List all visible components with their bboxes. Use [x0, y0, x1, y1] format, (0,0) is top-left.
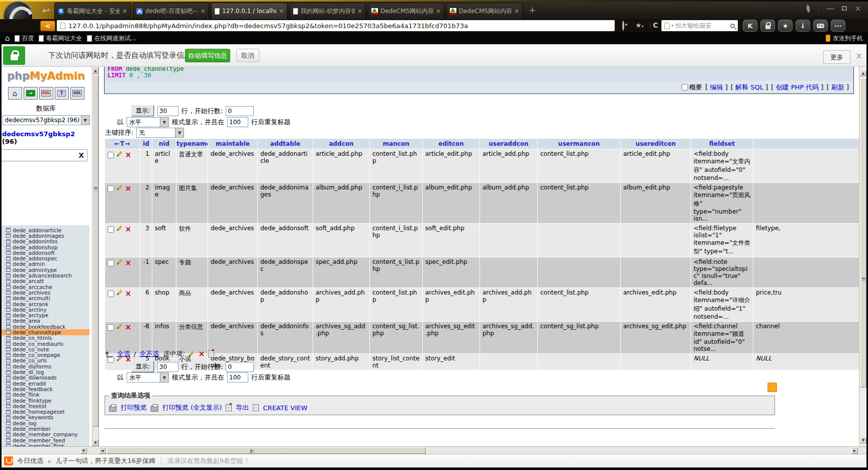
sidebar-table-dede_feedback[interactable]: dede_feedback: [1, 386, 89, 392]
logout-button[interactable]: →: [24, 87, 38, 100]
col-id[interactable]: id: [140, 139, 152, 149]
edit-pencil-icon[interactable]: [116, 150, 123, 157]
refresh-link[interactable]: 刷新: [831, 83, 844, 91]
sidebar-table-dede_co_urls[interactable]: dede_co_urls: [1, 358, 89, 363]
sidebar-table-dede_flinktype[interactable]: dede_flinktype: [1, 398, 89, 403]
database-select[interactable]: dedecmsv57gbksp2 (96)▼: [3, 115, 90, 125]
sidebar-table-dede_advancedsearch[interactable]: dede_advancedsearch: [1, 272, 89, 278]
num-rows-input[interactable]: [157, 106, 178, 116]
refresh-icon[interactable]: C: [653, 21, 658, 29]
sql-docs-button[interactable]: SQL: [70, 87, 84, 100]
sidebar-table-dede_addonimages[interactable]: dede_addonimages: [1, 233, 89, 238]
scroll-down-icon[interactable]: ▼: [860, 437, 866, 443]
favorite-star-icon[interactable]: ★▾: [635, 21, 644, 29]
autofill-accept-button[interactable]: 自动填写信息: [185, 49, 230, 62]
search-query[interactable]: 恒大输给国安: [676, 22, 728, 30]
tab-close-icon[interactable]: ×: [279, 8, 284, 15]
sidebar-scrollbar[interactable]: ▲ ▼: [92, 67, 99, 446]
tab-history-back-icon[interactable]: ↩: [42, 5, 50, 16]
sidebar-table-dede_member_company[interactable]: dede_member_company: [1, 432, 89, 437]
col-nid[interactable]: nid: [152, 139, 176, 149]
tab-tieba[interactable]: dede吧-百度贴吧--... ×: [133, 3, 209, 19]
tab-close-icon[interactable]: ×: [122, 8, 127, 15]
uncheck-all-link[interactable]: 全不选: [139, 349, 159, 358]
delete-x-icon[interactable]: ×: [125, 184, 132, 193]
sidebar-table-dede_dl_log[interactable]: dede_dl_log: [1, 369, 89, 374]
row-checkbox[interactable]: [108, 226, 114, 233]
export-link[interactable]: 导出: [236, 403, 249, 412]
edit-pencil-icon[interactable]: [116, 258, 123, 265]
chevron-down-icon[interactable]: ▼: [81, 116, 89, 125]
col-fieldset[interactable]: fieldset: [691, 139, 753, 149]
sidebar-table-dede_arcatt[interactable]: dede_arcatt: [1, 278, 89, 284]
downloads-button[interactable]: ↓: [796, 20, 810, 32]
edit-pencil-icon[interactable]: [116, 225, 123, 232]
sidebar-table-dede_keywords[interactable]: dede_keywords: [1, 415, 89, 420]
favorites-button[interactable]: ★: [778, 20, 793, 32]
status-headline-1[interactable]: 儿子一句话，男子竟娶大16岁保姆: [55, 456, 155, 465]
delete-x-icon[interactable]: ×: [199, 351, 205, 357]
search-icon[interactable]: [730, 24, 735, 28]
delete-x-icon[interactable]: ×: [125, 150, 132, 159]
num-rows-input[interactable]: [157, 362, 178, 372]
back-to-top-icon[interactable]: [105, 350, 114, 358]
scroll-up-icon[interactable]: ▲: [92, 67, 99, 74]
sidebar-table-dede_arctype[interactable]: dede_arctype: [1, 312, 89, 318]
col-editcon[interactable]: editcon: [423, 139, 480, 149]
sidebar-table-dede_member[interactable]: dede_member: [1, 426, 89, 431]
col-addtable[interactable]: addtable: [258, 139, 313, 149]
scroll-down-icon[interactable]: ▼: [92, 439, 99, 446]
print-preview-full-link[interactable]: 打印预览 (全文显示): [162, 403, 222, 412]
new-tab-button[interactable]: +: [526, 5, 539, 16]
repeat-headers-input[interactable]: [227, 372, 248, 383]
chevron-down-icon[interactable]: ▾: [671, 24, 673, 28]
sidebar-table-dede_admintype[interactable]: dede_admintype: [1, 267, 89, 272]
horizontal-scrollbar[interactable]: ▼ ◀ ▶: [0, 446, 868, 454]
sidebar-table-dede_diyforms[interactable]: dede_diyforms: [1, 363, 89, 369]
sidebar-table-dede_arcrank[interactable]: dede_arcrank: [1, 301, 89, 307]
row-checkbox[interactable]: [108, 185, 114, 192]
sidebar-table-dede_arccache[interactable]: dede_arccache: [1, 284, 89, 290]
delete-x-icon[interactable]: ×: [125, 225, 132, 234]
sidebar-table-dede_addonsoft[interactable]: dede_addonsoft: [1, 250, 89, 255]
scrollbar-thumb[interactable]: [107, 447, 426, 454]
edit-pencil-icon[interactable]: [116, 323, 123, 330]
sidebar-table-dede_freelist[interactable]: dede_freelist: [1, 403, 89, 409]
bookmark-baidu[interactable]: 百度: [15, 34, 34, 43]
skin-icon[interactable]: [805, 4, 812, 13]
compass-icon[interactable]: [622, 22, 624, 30]
create-view-link[interactable]: CREATE VIEW: [263, 404, 307, 412]
sidebar-table-dede_arcmulti[interactable]: dede_arcmulti: [1, 296, 89, 301]
sidebar-table-dede_flink[interactable]: dede_flink: [1, 392, 89, 398]
sidebar-table-dede_homepageset[interactable]: dede_homepageset: [1, 409, 89, 415]
col-addcon[interactable]: addcon: [313, 139, 370, 149]
chevron-down-icon[interactable]: ▼: [160, 373, 168, 382]
sidebar-table-dede_channeltype[interactable]: dede_channeltype: [1, 329, 89, 335]
scrollbar-thumb[interactable]: [860, 78, 866, 388]
row-checkbox[interactable]: [108, 291, 114, 297]
sidebar-table-dede_co_onepage[interactable]: dede_co_onepage: [1, 352, 89, 358]
notification-close-icon[interactable]: ×: [855, 51, 862, 61]
col-mancon[interactable]: mancon: [370, 139, 423, 149]
more-menu-button[interactable]: ···: [831, 20, 845, 32]
col-usereditcon[interactable]: usereditcon: [621, 139, 691, 149]
tab-dedecms-2[interactable]: DedeCMS网站内容... ×: [446, 3, 523, 19]
sort-key-select[interactable]: 无▼: [136, 128, 184, 138]
sql-window-button[interactable]: SQL: [39, 87, 53, 100]
scroll-down-icon[interactable]: ▼: [80, 447, 87, 454]
current-database-link[interactable]: dedecmsv57gbksp2 (96): [2, 130, 92, 145]
sidebar-table-dede_member_feed[interactable]: dede_member_feed: [1, 437, 89, 443]
sidebar-table-dede_archives[interactable]: dede_archives: [1, 290, 89, 295]
edit-link[interactable]: 编辑: [710, 83, 723, 91]
search-engine-icon[interactable]: [664, 23, 669, 29]
search-box[interactable]: ▾ 恒大输给国安: [661, 20, 738, 31]
delete-x-icon[interactable]: ×: [125, 258, 132, 267]
start-row-input[interactable]: [226, 362, 254, 372]
sidebar-table-dede_downloads[interactable]: dede_downloads: [1, 375, 89, 381]
scroll-right-icon[interactable]: ▶: [851, 447, 858, 454]
display-mode-select[interactable]: 水平▼: [127, 372, 169, 383]
minimize-button[interactable]: —: [826, 4, 834, 13]
sidebar-table-dede_co_note[interactable]: dede_co_note: [1, 346, 89, 352]
sidebar-table-dede_addoninfos[interactable]: dede_addoninfos: [1, 239, 89, 244]
docs-button[interactable]: ?: [55, 87, 69, 100]
